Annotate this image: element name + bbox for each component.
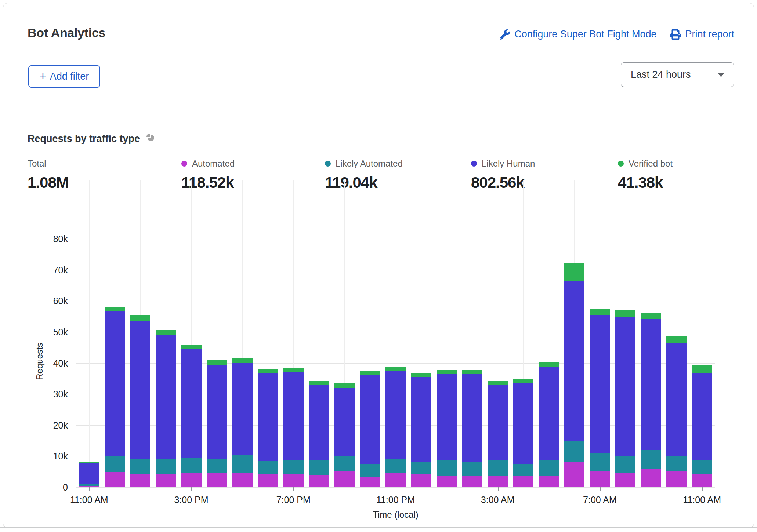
bar-segment-verified-bot — [258, 369, 278, 373]
bar-segment-likely-automated — [437, 460, 457, 477]
bar-hour-20[interactable] — [590, 309, 610, 487]
bar-segment-likely-human — [181, 349, 202, 459]
bar-segment-verified-bot — [539, 362, 559, 367]
bar-hour-19[interactable] — [564, 263, 584, 487]
bar-segment-likely-human — [79, 463, 99, 484]
bar-segment-automated — [385, 473, 406, 487]
time-range-select[interactable]: Last 24 hours — [621, 62, 734, 87]
stat-label: Likely Automated — [336, 158, 403, 169]
y-tick-label: 0 — [19, 482, 68, 493]
bar-segment-likely-automated — [207, 459, 227, 473]
bar-segment-likely-human — [615, 317, 635, 456]
bar-segment-automated — [130, 474, 150, 487]
bar-segment-likely-automated — [488, 460, 508, 476]
bar-segment-likely-automated — [309, 460, 329, 475]
bar-hour-6[interactable] — [232, 358, 253, 487]
bar-segment-verified-bot — [207, 360, 227, 365]
bar-segment-likely-human — [564, 281, 584, 441]
bar-hour-22[interactable] — [641, 313, 661, 487]
bar-segment-automated — [488, 476, 508, 487]
v-gridline — [89, 180, 90, 487]
bar-hour-18[interactable] — [539, 362, 559, 487]
bar-segment-automated — [232, 473, 253, 487]
x-tick — [396, 487, 396, 491]
bar-segment-automated — [156, 474, 176, 487]
bar-hour-0[interactable] — [79, 462, 99, 487]
bar-segment-likely-automated — [666, 456, 687, 471]
bar-segment-likely-automated — [283, 460, 304, 474]
add-filter-button[interactable]: + Add filter — [28, 65, 100, 88]
wrench-icon — [500, 29, 510, 40]
bar-segment-verified-bot — [156, 330, 176, 335]
bar-segment-verified-bot — [590, 309, 610, 315]
bar-hour-8[interactable] — [283, 368, 304, 487]
x-tick-label: 3:00 AM — [481, 495, 515, 505]
bar-hour-5[interactable] — [207, 360, 227, 487]
header-divider — [3, 103, 754, 103]
bar-hour-4[interactable] — [181, 345, 202, 487]
section-title: Requests by traffic type — [28, 133, 155, 145]
bar-segment-automated — [641, 469, 661, 487]
bar-segment-likely-human — [385, 371, 406, 459]
bar-segment-likely-automated — [615, 456, 635, 473]
y-tick-label: 70k — [19, 265, 68, 276]
bar-hour-14[interactable] — [437, 370, 457, 487]
stat-label-row: Likely Automated — [325, 158, 403, 169]
bar-segment-likely-automated — [258, 461, 278, 474]
bar-hour-17[interactable] — [513, 379, 533, 487]
bar-segment-automated — [666, 471, 687, 487]
stat-total[interactable]: Total1.08M — [28, 158, 69, 192]
bar-segment-likely-automated — [156, 459, 176, 474]
bar-hour-1[interactable] — [105, 306, 125, 487]
bar-hour-16[interactable] — [488, 381, 508, 487]
bar-segment-verified-bot — [232, 358, 253, 363]
x-tick-label: 7:00 PM — [276, 495, 311, 505]
bar-segment-likely-automated — [105, 456, 125, 472]
bar-segment-verified-bot — [488, 381, 508, 385]
x-tick-label: 11:00 PM — [376, 495, 415, 505]
bar-segment-automated — [360, 477, 380, 487]
bar-segment-likely-automated — [692, 460, 712, 474]
section-title-label: Requests by traffic type — [28, 133, 140, 145]
bar-hour-7[interactable] — [258, 369, 278, 487]
bar-segment-likely-human — [283, 372, 304, 460]
bar-segment-likely-human — [513, 383, 533, 464]
bar-segment-automated — [692, 474, 712, 487]
bar-hour-13[interactable] — [411, 373, 431, 487]
bar-segment-likely-automated — [79, 484, 99, 486]
y-tick-label: 30k — [19, 389, 68, 400]
bar-segment-verified-bot — [564, 263, 584, 281]
bar-segment-likely-human — [692, 373, 712, 460]
bar-hour-9[interactable] — [309, 381, 329, 487]
y-tick-label: 20k — [19, 420, 68, 431]
x-tick — [702, 487, 703, 491]
print-report-link[interactable]: Print report — [670, 29, 734, 40]
bar-segment-verified-bot — [437, 370, 457, 374]
bar-segment-verified-bot — [105, 307, 125, 311]
stat-label-row: Total — [28, 158, 69, 169]
bar-hour-12[interactable] — [385, 367, 406, 487]
bar-hour-23[interactable] — [666, 336, 687, 487]
bar-segment-automated — [513, 476, 533, 487]
bar-segment-likely-human — [641, 319, 661, 450]
x-tick — [600, 487, 601, 491]
bar-segment-likely-human — [334, 388, 355, 456]
bar-segment-verified-bot — [334, 383, 355, 388]
bar-hour-3[interactable] — [156, 330, 176, 487]
x-tick — [89, 487, 90, 491]
bar-segment-likely-human — [590, 315, 610, 453]
bar-segment-automated — [539, 476, 559, 487]
bar-hour-15[interactable] — [462, 370, 482, 487]
bar-hour-24[interactable] — [692, 365, 712, 487]
bar-segment-likely-automated — [130, 459, 150, 474]
bar-hour-2[interactable] — [130, 315, 150, 487]
bar-hour-11[interactable] — [360, 371, 380, 487]
bar-segment-likely-automated — [232, 455, 253, 473]
bar-hour-21[interactable] — [615, 310, 635, 487]
legend-dot-icon — [181, 161, 187, 167]
bar-hour-10[interactable] — [334, 383, 355, 487]
stat-value: 1.08M — [28, 174, 69, 192]
x-tick — [498, 487, 499, 491]
configure-super-bot-fight-mode-link[interactable]: Configure Super Bot Fight Mode — [500, 29, 656, 40]
stat-label: Total — [28, 158, 46, 169]
